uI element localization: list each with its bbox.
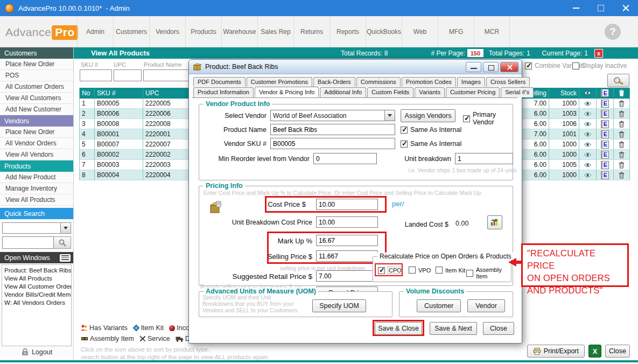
chevron-down-icon[interactable] xyxy=(60,223,71,233)
close-page-button[interactable]: Close xyxy=(605,345,630,358)
dialog-titlebar[interactable]: Product: Beef Back Ribs xyxy=(189,60,522,74)
chevron-down-icon[interactable] xyxy=(384,110,395,121)
nav-item-quickbooks[interactable]: QuickBooks xyxy=(366,16,402,47)
sidebar-item-add-new-customer[interactable]: Add New Customer xyxy=(0,104,73,115)
dialog-close-action-button[interactable]: Close xyxy=(483,322,514,335)
save-close-button[interactable]: Save & Close xyxy=(375,322,422,335)
save-next-button[interactable]: Save & Next xyxy=(430,322,477,335)
help-icon[interactable]: ? xyxy=(605,24,621,40)
unit-breakdown-cost-input[interactable] xyxy=(316,216,378,228)
product-name-input[interactable] xyxy=(270,124,395,135)
view-product-button[interactable] xyxy=(579,160,597,170)
export-excel-button[interactable] xyxy=(588,345,601,358)
legend-item-kit[interactable]: Item Kit xyxy=(133,324,164,332)
cpo-checkbox[interactable]: CPO xyxy=(378,267,403,274)
nav-item-sales-rep[interactable]: Sales Rep xyxy=(257,16,293,47)
unit-breakdown-input[interactable] xyxy=(455,153,513,164)
assembly-item-checkbox[interactable]: Assembly Item xyxy=(466,267,511,279)
view-product-button[interactable] xyxy=(579,129,597,139)
nav-item-warehouse[interactable]: Warehouse xyxy=(221,16,257,47)
open-window-item[interactable]: Product: Beef Back Ribs xyxy=(4,267,69,275)
tab-back-orders[interactable]: Back-Orders xyxy=(313,77,355,87)
col-upc[interactable]: UPC xyxy=(143,88,191,99)
delete-product-button[interactable] xyxy=(614,119,630,129)
open-window-item[interactable]: View All Products xyxy=(4,275,69,283)
edit-product-button[interactable] xyxy=(597,99,614,109)
quick-search-select[interactable] xyxy=(2,222,71,234)
product-name-filter-input[interactable] xyxy=(143,69,193,81)
edit-product-button[interactable] xyxy=(597,139,614,150)
nav-item-returns[interactable]: Returns xyxy=(293,16,329,47)
tab-additional-info[interactable]: Additional Info xyxy=(320,87,366,97)
sidebar-section-vendors[interactable]: Vendors xyxy=(0,115,73,127)
same-as-internal-checkbox-2[interactable]: Same As Internal xyxy=(401,140,461,148)
tab-cross-sellers[interactable]: Cross Sellers xyxy=(486,77,530,87)
delete-product-button[interactable] xyxy=(614,129,630,139)
nav-item-mcr[interactable]: MCR xyxy=(474,16,510,47)
select-vendor-dropdown[interactable]: World of Beef Association xyxy=(270,110,395,121)
min-reorder-input[interactable] xyxy=(313,153,377,164)
cost-price-input[interactable] xyxy=(316,199,378,210)
tab-promotion-codes[interactable]: Promotion Codes xyxy=(402,77,456,87)
sidebar-item-add-new-product[interactable]: Add New Product xyxy=(0,172,73,183)
specify-uom-button[interactable]: Specify UOM xyxy=(312,299,366,312)
col-no[interactable]: No xyxy=(80,88,95,99)
vendor-sku-input[interactable] xyxy=(270,138,395,149)
sidebar-section-products[interactable]: Products xyxy=(0,160,73,172)
tab-pdf-documents[interactable]: PDF Documents xyxy=(193,77,246,87)
nav-item-vendors[interactable]: Vendors xyxy=(149,16,185,47)
legend-has-variants[interactable]: Has Variants xyxy=(81,324,128,332)
item-kit-checkbox[interactable]: Item Kit xyxy=(436,267,465,274)
combine-variants-checkbox-box[interactable] xyxy=(525,62,532,69)
sidebar-item-place-new-order-customer[interactable]: Place New Order xyxy=(0,59,73,70)
open-window-item[interactable]: Vendor Bills/Credit Memos xyxy=(4,291,69,299)
display-inactive-checkbox[interactable]: Display inactive xyxy=(572,62,627,69)
delete-product-button[interactable] xyxy=(614,99,630,109)
quick-search-input[interactable] xyxy=(2,236,54,249)
edit-product-button[interactable] xyxy=(597,170,614,180)
volume-discount-customer-button[interactable]: Customer xyxy=(417,299,461,312)
logout-button[interactable]: Logout xyxy=(0,348,74,356)
dialog-maximize-button[interactable] xyxy=(483,62,499,72)
edit-product-button[interactable] xyxy=(597,129,614,139)
sidebar-item-all-customer-orders[interactable]: All Customer Orders xyxy=(0,81,73,93)
sidebar-section-customers[interactable]: Customers xyxy=(0,47,73,59)
maximize-button[interactable] xyxy=(588,0,613,16)
nav-item-reports[interactable]: Reports xyxy=(329,16,366,47)
delete-product-button[interactable] xyxy=(614,160,630,170)
col-stock[interactable]: Stock xyxy=(549,88,579,99)
sidebar-item-pos[interactable]: POS xyxy=(0,70,73,81)
vpo-checkbox[interactable]: VPO xyxy=(409,267,431,274)
assign-vendors-button[interactable]: Assign Vendors xyxy=(401,109,455,122)
tab-commissions[interactable]: Commissions xyxy=(356,77,401,87)
edit-product-button[interactable] xyxy=(597,160,614,170)
nav-item-products[interactable]: Products xyxy=(185,16,221,47)
minimize-button[interactable] xyxy=(564,0,588,16)
delete-product-button[interactable] xyxy=(614,109,630,119)
same-as-internal-checkbox-1[interactable]: Same As Internal xyxy=(401,126,461,134)
view-product-button[interactable] xyxy=(579,170,597,180)
view-product-button[interactable] xyxy=(579,109,597,119)
search-products-button[interactable] xyxy=(607,74,629,87)
sidebar-item-all-vendor-orders[interactable]: All Vendor Orders xyxy=(0,138,73,149)
nav-item-web[interactable]: Web xyxy=(402,16,438,47)
primary-vendor-checkbox[interactable]: Primary Vendor xyxy=(463,111,513,126)
legend-service[interactable]: Service xyxy=(139,335,170,342)
dialog-close-button[interactable] xyxy=(500,62,518,72)
delete-product-button[interactable] xyxy=(614,150,630,160)
tab-customer-pricing[interactable]: Customer Pricing xyxy=(446,87,500,97)
col-sku[interactable]: SKU # xyxy=(95,88,143,99)
tab-images[interactable]: Images xyxy=(457,77,485,87)
per-page-input[interactable] xyxy=(467,49,483,57)
tab-custom-fields[interactable]: Custom Fields xyxy=(367,87,413,97)
sku-filter-input[interactable] xyxy=(80,69,112,81)
selling-price-input[interactable] xyxy=(316,250,378,262)
sidebar-item-place-new-order-vendor[interactable]: Place New Order xyxy=(0,127,73,138)
sidebar-item-view-all-customers[interactable]: View All Customers xyxy=(0,93,73,104)
tab-product-information[interactable]: Product Information xyxy=(193,87,254,97)
view-product-button[interactable] xyxy=(579,119,597,129)
open-window-item[interactable]: View All Customer Orders xyxy=(4,283,69,291)
nav-item-customers[interactable]: Customers xyxy=(113,16,149,47)
sidebar-item-manage-inventory[interactable]: Manage Inventory xyxy=(0,183,73,194)
list-icon[interactable] xyxy=(60,254,71,262)
